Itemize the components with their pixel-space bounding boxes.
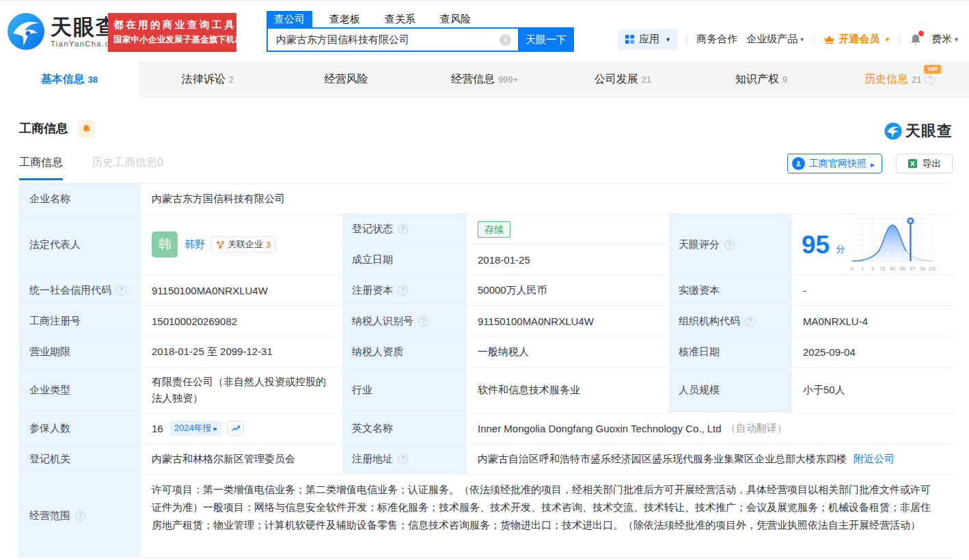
tab-intellectual-property[interactable]: 知识产权 9 xyxy=(692,61,831,98)
tab-count: 21 xyxy=(912,74,921,85)
apps-label: 应用 xyxy=(639,33,659,46)
field-label: 人员规模 xyxy=(669,367,792,413)
help-icon[interactable] xyxy=(116,285,126,296)
apps-menu[interactable]: 应用 xyxy=(618,29,678,50)
vip-label: 开通会员 xyxy=(838,33,879,46)
insured-count-value: 16 2024年报 xyxy=(141,413,342,444)
registration-authority-value: 内蒙古和林格尔新区管理委员会 xyxy=(141,444,342,475)
score-distribution-chart: 0 1 3 15 50 85 97 99 100 xyxy=(849,215,936,274)
help-icon[interactable] xyxy=(398,285,408,296)
field-label: 英文名称 xyxy=(342,413,467,444)
svg-text:100: 100 xyxy=(929,266,936,272)
status-badge: 存续 xyxy=(478,221,510,238)
score-number: 95 xyxy=(802,232,830,257)
svg-text:0: 0 xyxy=(851,266,854,272)
tab-history-info[interactable]: VIP 历史信息 21 xyxy=(830,61,969,98)
help-icon[interactable] xyxy=(398,454,408,464)
tianyancha-logo-icon xyxy=(884,122,902,140)
search-tab-company[interactable]: 查公司 xyxy=(267,11,312,29)
field-label: 注册地址 xyxy=(342,444,467,475)
establish-date-value: 2018-01-25 xyxy=(467,244,669,275)
clear-search-icon[interactable] xyxy=(500,34,511,46)
help-icon[interactable] xyxy=(398,224,408,234)
apps-grid-icon xyxy=(625,34,635,44)
username: 费米 xyxy=(931,33,952,46)
tab-count: 38 xyxy=(88,74,98,85)
search-button[interactable]: 天眼一下 xyxy=(518,27,574,52)
export-label: 导出 xyxy=(923,158,942,170)
tab-count: 999+ xyxy=(498,74,518,85)
registration-number-value: 150100020269082 xyxy=(141,306,342,337)
official-snapshot-button[interactable]: 工商官网快照 xyxy=(787,154,882,173)
tab-company-development[interactable]: 公司发展 21 xyxy=(554,61,692,98)
notifications-bell[interactable] xyxy=(909,33,923,46)
tab-label: 公司发展 xyxy=(595,72,638,87)
svg-text:3: 3 xyxy=(871,266,874,272)
tianyancha-logo[interactable]: 天眼查 TianYanCha.com xyxy=(7,12,122,51)
svg-text:15: 15 xyxy=(879,266,885,272)
notification-dot xyxy=(918,31,924,36)
field-label: 法定代表人 xyxy=(20,214,141,275)
taxpayer-quality-value: 一般纳税人 xyxy=(467,337,669,367)
nav-enterprise-products[interactable]: 企业级产品 xyxy=(746,33,805,46)
nav-divider xyxy=(899,34,900,45)
tab-basic-info[interactable]: 基本信息 38 xyxy=(0,61,139,98)
related-count: 3 xyxy=(266,240,271,250)
tab-operational-risk[interactable]: 经营风险 xyxy=(277,61,415,98)
help-icon[interactable] xyxy=(724,240,735,250)
slogan-line1: 都在用的商业查询工具 xyxy=(113,18,232,31)
annual-report-badge[interactable]: 2024年报 xyxy=(169,421,222,436)
tab-label: 经营风险 xyxy=(324,72,368,87)
enterprise-label: 企业级产品 xyxy=(746,33,797,46)
svg-text:50: 50 xyxy=(890,266,895,272)
slogan-line2: 国家中小企业发展子基金旗下机构 xyxy=(113,34,232,46)
line-chart-icon xyxy=(231,423,241,433)
search-tab-relation[interactable]: 查关系 xyxy=(377,11,423,29)
bell-icon xyxy=(81,124,92,134)
tab-legal-proceedings[interactable]: 法律诉讼 2 xyxy=(139,61,277,98)
open-vip-link[interactable]: 开通会员 xyxy=(823,33,890,46)
help-icon[interactable] xyxy=(418,316,428,326)
svg-text:99: 99 xyxy=(920,266,925,272)
field-label: 纳税人识别号 xyxy=(342,306,467,337)
snapshot-label: 工商官网快照 xyxy=(809,158,866,170)
search-input[interactable] xyxy=(268,34,500,46)
auto-translate-note: （自动翻译） xyxy=(726,422,787,435)
org-code-value: MA0NRXLU-4 xyxy=(792,306,953,337)
search-tab-risk[interactable]: 查风险 xyxy=(433,11,478,29)
subtabs: 工商信息 历史工商信息0 xyxy=(19,156,163,180)
section-title: 工商信息 xyxy=(19,120,68,137)
trend-chart-button[interactable] xyxy=(228,421,244,436)
subtab-business-registration[interactable]: 工商信息 xyxy=(19,156,63,180)
avatar[interactable]: 韩 xyxy=(152,232,178,257)
help-icon[interactable] xyxy=(925,74,935,85)
field-label: 企业类型 xyxy=(20,367,141,413)
legal-rep-link[interactable]: 韩野 xyxy=(185,238,205,251)
business-term-value: 2018-01-25 至 2099-12-31 xyxy=(141,337,342,367)
industry-value: 软件和信息技术服务业 xyxy=(467,367,669,413)
nearby-companies-link[interactable]: 附近公司 xyxy=(854,453,895,466)
registration-status-value: 存续 xyxy=(467,214,669,244)
field-label: 工商注册号 xyxy=(20,306,141,337)
help-icon[interactable] xyxy=(745,316,755,326)
nav-cooperation[interactable]: 商务合作 xyxy=(696,33,737,46)
monitor-bell-button[interactable] xyxy=(78,120,95,137)
company-detail-tabs: 基本信息 38 法律诉讼 2 经营风险 经营信息 999+ 公司发展 21 知识… xyxy=(0,61,969,98)
export-button[interactable]: 导出 xyxy=(896,154,953,173)
related-companies-badge[interactable]: 关联企业 3 xyxy=(210,236,276,253)
tab-label: 法律诉讼 xyxy=(182,72,226,87)
search-tab-boss[interactable]: 查老板 xyxy=(322,11,368,29)
field-label: 参保人数 xyxy=(20,413,141,444)
field-label: 注册资本 xyxy=(342,275,467,306)
tianyan-score-value[interactable]: 95 分 0 1 3 15 xyxy=(792,214,953,275)
field-label: 企业名称 xyxy=(20,184,141,214)
org-network-icon xyxy=(216,240,225,249)
company-type-value: 有限责任公司（非自然人投资或控股的法人独资） xyxy=(141,367,342,413)
tianyancha-watermark: 天眼查 xyxy=(884,121,953,141)
field-label: 行业 xyxy=(342,367,467,413)
help-icon[interactable] xyxy=(75,511,85,521)
user-menu[interactable]: 费米 xyxy=(931,33,959,46)
tab-business-info[interactable]: 经营信息 999+ xyxy=(415,61,554,98)
english-name-value: Inner Mongolia Dongfang Guoxin Technolog… xyxy=(467,413,953,444)
subtab-history-registration[interactable]: 历史工商信息0 xyxy=(92,156,163,180)
